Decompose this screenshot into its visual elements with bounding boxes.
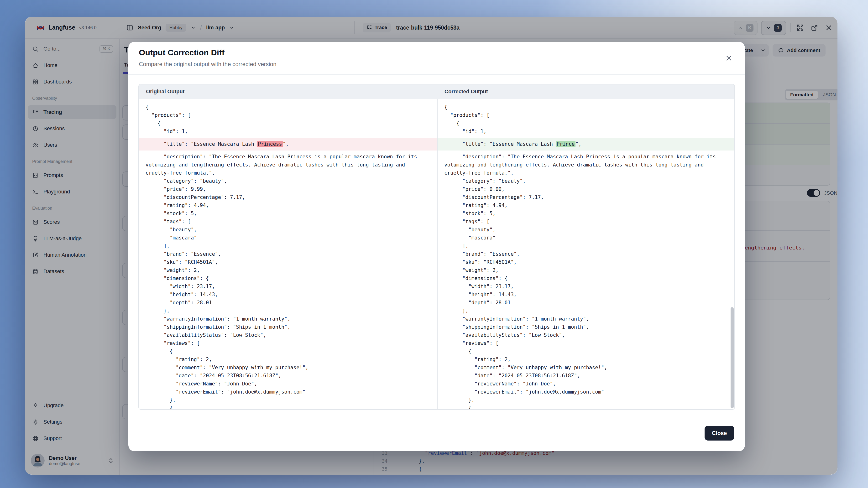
code-line: "availabilityStatus": "Low Stock",: [146, 331, 430, 339]
code-line: },: [444, 396, 728, 404]
code-line: {: [146, 119, 430, 127]
modal-close-icon[interactable]: [725, 54, 733, 62]
code-line: "discountPercentage": 7.17,: [444, 193, 728, 201]
code-line: {: [146, 103, 430, 111]
code-line: "date": "2024-05-23T08:56:21.618Z",: [146, 371, 430, 380]
code-line: "availabilityStatus": "Low Stock",: [444, 331, 728, 339]
code-line: {: [444, 404, 728, 409]
code-line: ],: [146, 242, 430, 250]
output-correction-diff-modal: Output Correction Diff Compare the origi…: [128, 42, 745, 451]
code-line: "description": "The Essence Mascara Lash…: [444, 153, 728, 177]
code-line: "stock": 5,: [444, 209, 728, 218]
code-line: "reviewerName": "John Doe",: [146, 380, 430, 388]
desktop: Langfuse v3.146.0 Seed Org Hobby / llm-a…: [0, 0, 868, 488]
code-line: "warrantyInformation": "1 month warranty…: [146, 315, 430, 323]
code-line: "rating": 2,: [146, 355, 430, 363]
close-button[interactable]: Close: [705, 426, 734, 441]
code-line: "reviewerEmail": "john.doe@x.dummyjson.c…: [444, 388, 728, 396]
code-line: {: [444, 103, 728, 111]
code-line: "warrantyInformation": "1 month warranty…: [444, 315, 728, 323]
code-line: "tags": [: [146, 218, 430, 226]
diff-panel: Original Output Corrected Output { "prod…: [138, 84, 735, 410]
code-line: {: [146, 404, 430, 409]
code-line: "shippingInformation": "Ships in 1 month…: [444, 323, 728, 331]
code-line: "height": 14.43,: [146, 291, 430, 299]
diff-body: { "products": [ { "id": 1, "title": "Ess…: [139, 99, 734, 409]
code-line: "description": "The Essence Mascara Lash…: [146, 153, 430, 177]
code-line: "brand": "Essence",: [146, 250, 430, 258]
original-output-code[interactable]: { "products": [ { "id": 1, "title": "Ess…: [139, 99, 437, 409]
modal-header-divider: [128, 74, 745, 75]
code-line: "tags": [: [444, 218, 728, 226]
code-line: "weight": 2,: [146, 266, 430, 274]
corrected-output-code[interactable]: { "products": [ { "id": 1, "title": "Ess…: [437, 99, 734, 409]
code-line: "rating": 4.94,: [444, 201, 728, 209]
diff-scrollbar[interactable]: [731, 307, 734, 408]
code-line: },: [146, 396, 430, 404]
code-line: },: [444, 307, 728, 315]
code-line: {: [444, 119, 728, 127]
code-line: "discountPercentage": 7.17,: [146, 193, 430, 201]
code-line: "comment": "Very unhappy with my purchas…: [146, 363, 430, 371]
code-line: "id": 1,: [444, 127, 728, 135]
code-line: "beauty",: [146, 226, 430, 234]
code-line: "products": [: [146, 111, 430, 119]
code-line: "rating": 2,: [444, 355, 728, 363]
code-line: {: [444, 347, 728, 355]
code-line: "category": "beauty",: [444, 177, 728, 185]
code-line: "rating": 4.94,: [146, 201, 430, 209]
code-line: "brand": "Essence",: [444, 250, 728, 258]
code-line: "reviews": [: [146, 339, 430, 347]
code-line: {: [146, 347, 430, 355]
original-output-header: Original Output: [139, 85, 437, 99]
code-line: "width": 23.17,: [146, 283, 430, 291]
code-line: "weight": 2,: [444, 266, 728, 274]
code-line: "sku": "RCH45Q1A",: [146, 258, 430, 266]
code-line: "id": 1,: [146, 127, 430, 135]
code-line: "price": 9.99,: [146, 185, 430, 193]
code-line: "width": 23.17,: [444, 283, 728, 291]
diff-added-line: "title": "Essence Mascara Lash Prince",: [438, 138, 734, 151]
code-line: ],: [444, 242, 728, 250]
diff-added-word: Prince: [556, 141, 576, 147]
code-line: "reviewerName": "John Doe",: [444, 380, 728, 388]
code-line: "depth": 28.01: [444, 299, 728, 307]
code-line: "shippingInformation": "Ships in 1 month…: [146, 323, 430, 331]
code-line: },: [146, 307, 430, 315]
code-line: "dimensions": {: [444, 274, 728, 283]
code-line: "category": "beauty",: [146, 177, 430, 185]
code-line: "beauty",: [444, 226, 728, 234]
code-line: "mascara": [146, 234, 430, 242]
code-line: "price": 9.99,: [444, 185, 728, 193]
corrected-output-header: Corrected Output: [437, 85, 734, 99]
diff-header: Original Output Corrected Output: [139, 85, 734, 99]
code-line: "sku": "RCH45Q1A",: [444, 258, 728, 266]
code-line: "depth": 28.01: [146, 299, 430, 307]
modal-subtitle: Compare the original output with the cor…: [139, 61, 276, 67]
code-line: "products": [: [444, 111, 728, 119]
code-line: "stock": 5,: [146, 209, 430, 218]
modal-title: Output Correction Diff: [139, 48, 224, 57]
diff-removed-line: "title": "Essence Mascara Lash Princess"…: [139, 138, 437, 151]
code-line: "date": "2024-05-23T08:56:21.618Z",: [444, 371, 728, 380]
code-line: "height": 14.43,: [444, 291, 728, 299]
code-line: "reviewerEmail": "john.doe@x.dummyjson.c…: [146, 388, 430, 396]
code-line: "reviews": [: [444, 339, 728, 347]
code-line: "mascara": [444, 234, 728, 242]
code-line: "comment": "Very unhappy with my purchas…: [444, 363, 728, 371]
diff-removed-word: Princess: [257, 141, 283, 147]
code-line: "dimensions": {: [146, 274, 430, 283]
